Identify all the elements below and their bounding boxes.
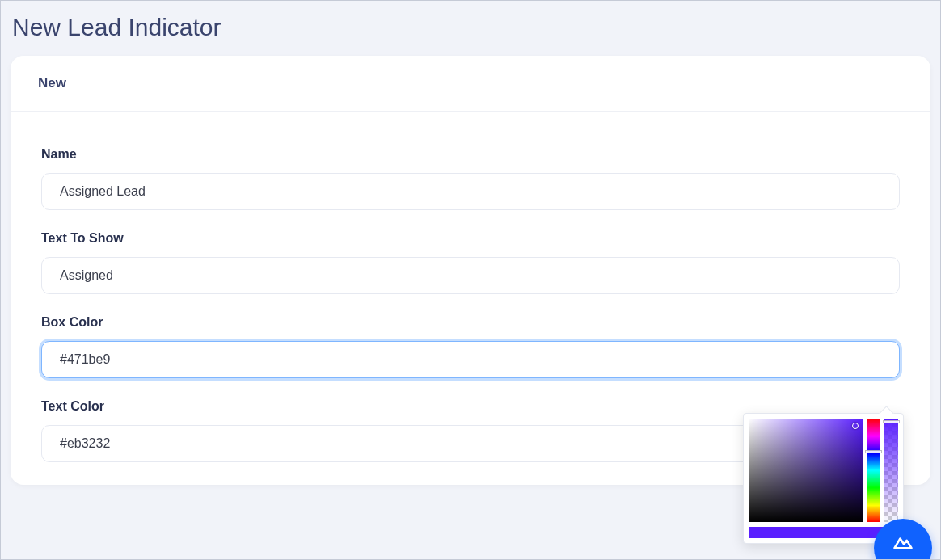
color-picker-popover xyxy=(743,413,904,544)
page-title: New Lead Indicator xyxy=(1,1,940,56)
mountain-icon xyxy=(892,530,914,556)
saturation-cursor[interactable] xyxy=(852,423,859,429)
card-header: New xyxy=(11,56,930,112)
hue-handle[interactable] xyxy=(865,450,882,453)
color-picker-row xyxy=(749,419,898,522)
field-group-text-to-show: Text To Show xyxy=(41,231,900,294)
alpha-slider[interactable] xyxy=(884,419,898,522)
label-name: Name xyxy=(41,147,900,162)
field-group-name: Name xyxy=(41,147,900,210)
label-box-color: Box Color xyxy=(41,315,900,330)
alpha-handle[interactable] xyxy=(883,420,900,423)
input-name[interactable] xyxy=(41,173,900,210)
card-header-title: New xyxy=(38,75,903,91)
field-group-box-color: Box Color xyxy=(41,315,900,378)
input-text-to-show[interactable] xyxy=(41,257,900,294)
label-text-color: Text Color xyxy=(41,399,900,414)
hue-slider[interactable] xyxy=(867,419,880,522)
saturation-panel[interactable] xyxy=(749,419,863,522)
input-box-color[interactable] xyxy=(41,341,900,378)
label-text-to-show: Text To Show xyxy=(41,231,900,246)
